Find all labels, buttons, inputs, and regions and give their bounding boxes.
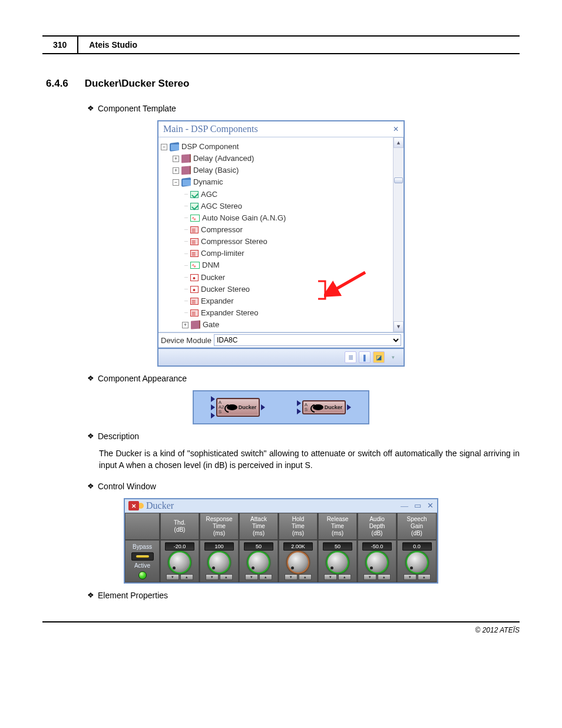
bypass-label: Bypass	[133, 543, 152, 550]
expand-icon[interactable]: +	[173, 167, 179, 174]
panel-titlebar: Main - DSP Components ✕	[158, 121, 404, 137]
output-ports	[261, 404, 265, 410]
response-value[interactable]: 100	[204, 542, 234, 551]
tree-label: Expander Stereo	[201, 307, 259, 319]
device-module-select[interactable]: IDA8C	[214, 334, 401, 346]
panel-title: Main - DSP Components	[163, 124, 258, 134]
thd-knob[interactable]	[170, 552, 190, 572]
doc-title: Ateis Studio	[78, 37, 520, 54]
depth-knob[interactable]	[367, 552, 387, 572]
collapse-icon[interactable]: −	[161, 144, 167, 150]
tree-label: Ducker Stereo	[201, 284, 250, 295]
section-number: 6.4.6	[46, 78, 68, 90]
noise-icon	[190, 262, 200, 269]
input-ports	[297, 400, 301, 414]
close-icon[interactable]: ✕	[427, 501, 434, 510]
speech-value[interactable]: 0.0	[402, 542, 432, 551]
collapse-icon[interactable]: −	[173, 179, 179, 186]
scroll-down-icon[interactable]: ▼	[394, 321, 404, 332]
bullet-label: Description	[98, 431, 139, 441]
bullet-component-template: ❖ Component Template	[87, 104, 520, 113]
device-module-label: Device Module	[161, 336, 211, 345]
output-ports	[347, 404, 351, 410]
dropdown-icon[interactable]: ▾	[387, 351, 399, 363]
decrement-button[interactable]: ▾	[324, 574, 337, 580]
col-header-release: ReleaseTime(ms)	[318, 513, 357, 540]
ducker-block-2in[interactable]: A S Ducker	[297, 400, 352, 414]
increment-button[interactable]: ▴	[299, 574, 312, 580]
ducker-symbol-icon	[313, 404, 323, 410]
tree-item-dynamic[interactable]: − Dynamic	[161, 176, 392, 188]
attack-value[interactable]: 50	[244, 542, 273, 551]
decrement-button[interactable]: ▾	[166, 574, 179, 580]
increment-button[interactable]: ▴	[418, 574, 431, 580]
release-knob[interactable]	[328, 552, 348, 572]
tree-item-ang[interactable]: ┈ Auto Noise Gain (A.N.G)	[161, 212, 392, 224]
tree-label: Gate	[203, 319, 219, 331]
decrement-button[interactable]: ▾	[404, 574, 416, 580]
expander-icon	[190, 298, 199, 305]
tree-item-compressor[interactable]: ┈ Compressor	[161, 224, 392, 236]
list-view-icon[interactable]: ≣	[345, 351, 356, 363]
tree-item-delay-basic[interactable]: + Delay (Basic)	[161, 164, 392, 176]
tree-item-agc-stereo[interactable]: ┈ AGC Stereo	[161, 200, 392, 212]
tree-item-agc[interactable]: ┈ AGC	[161, 189, 392, 200]
ducker-symbol-icon	[227, 404, 237, 410]
tree-item-expander-stereo[interactable]: ┈ Expander Stereo	[161, 307, 392, 319]
scrollbar[interactable]: ▲ ▼	[393, 137, 404, 332]
tree-item-ducker-stereo[interactable]: ┈ Ducker Stereo	[161, 284, 392, 295]
tree-item-comp-limiter[interactable]: ┈ Comp-limiter	[161, 248, 392, 259]
folder-icon	[181, 178, 191, 187]
tree-item-ducker[interactable]: ┈ Ducker	[161, 272, 392, 284]
tree-label: Dynamic	[193, 176, 223, 188]
scroll-track[interactable]	[394, 148, 404, 321]
scroll-up-icon[interactable]: ▲	[394, 137, 404, 148]
hold-value[interactable]: 2.00K	[283, 542, 313, 551]
tree-item-gate[interactable]: + Gate	[161, 319, 392, 331]
expand-icon[interactable]: +	[182, 322, 189, 328]
increment-button[interactable]: ▴	[259, 574, 272, 580]
tree-item-expander[interactable]: ┈ Expander	[161, 295, 392, 307]
attack-knob[interactable]	[249, 552, 269, 572]
port-icon	[297, 400, 301, 406]
ducker-block-3in[interactable]: A A2 S Ducker	[211, 396, 266, 419]
decrement-button[interactable]: ▾	[206, 574, 219, 580]
increment-button[interactable]: ▴	[378, 574, 391, 580]
scroll-thumb[interactable]	[394, 177, 403, 183]
expand-icon[interactable]: +	[173, 156, 179, 162]
window-titlebar[interactable]: Ducker — ▭ ✕	[125, 499, 437, 512]
attack-control: 50 ▾▴	[239, 540, 278, 582]
decrement-button[interactable]: ▾	[245, 574, 258, 580]
device-module-row: Device Module IDA8C	[158, 332, 404, 348]
speech-knob[interactable]	[407, 552, 427, 572]
maximize-icon[interactable]: ▭	[414, 501, 421, 510]
bullet-label: Component Template	[98, 104, 176, 113]
minimize-icon[interactable]: —	[401, 501, 408, 510]
bypass-switch[interactable]	[131, 552, 154, 561]
tree-label: Ducker	[201, 272, 225, 284]
increment-button[interactable]: ▴	[220, 574, 233, 580]
depth-value[interactable]: -50.0	[362, 542, 392, 551]
tree-item-delay-advanced[interactable]: + Delay (Advanced)	[161, 153, 392, 164]
component-tree[interactable]: − DSP Component + Delay (Advanced) + Del…	[158, 137, 393, 332]
pin-icon[interactable]: ‖	[359, 351, 371, 363]
module-icon[interactable]: ◪	[373, 351, 385, 363]
response-knob[interactable]	[209, 552, 229, 572]
close-icon[interactable]: ✕	[393, 125, 399, 134]
control-grid: Bypass Active Thd.(dB) -20.0 ▾▴ Response…	[125, 512, 437, 582]
tree-root[interactable]: − DSP Component	[161, 141, 392, 153]
decrement-button[interactable]: ▾	[363, 574, 376, 580]
app-icon	[128, 501, 139, 510]
tree-item-compressor-stereo[interactable]: ┈ Compressor Stereo	[161, 236, 392, 248]
decrement-button[interactable]: ▾	[285, 574, 297, 580]
increment-button[interactable]: ▴	[338, 574, 351, 580]
tree-item-dnm[interactable]: ┈ DNM	[161, 259, 392, 271]
book-icon	[191, 321, 200, 330]
col-header-thd: Thd.(dB)	[160, 513, 199, 540]
diamond-icon: ❖	[87, 374, 94, 383]
bullet-element-properties: ❖ Element Properties	[87, 591, 520, 600]
increment-button[interactable]: ▴	[180, 574, 193, 580]
release-value[interactable]: 50	[323, 542, 352, 551]
thd-value[interactable]: -20.0	[165, 542, 194, 551]
hold-knob[interactable]	[288, 552, 308, 572]
